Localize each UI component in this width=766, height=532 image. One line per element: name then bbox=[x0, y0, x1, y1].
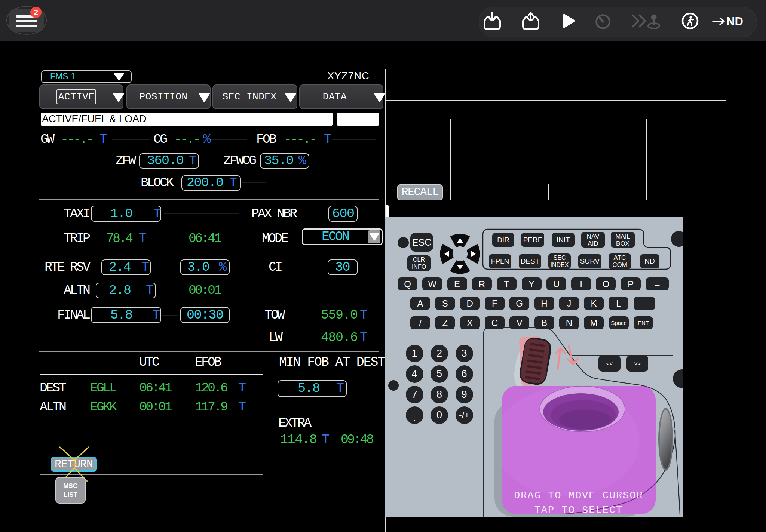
svg-text:ND: ND bbox=[726, 15, 743, 28]
